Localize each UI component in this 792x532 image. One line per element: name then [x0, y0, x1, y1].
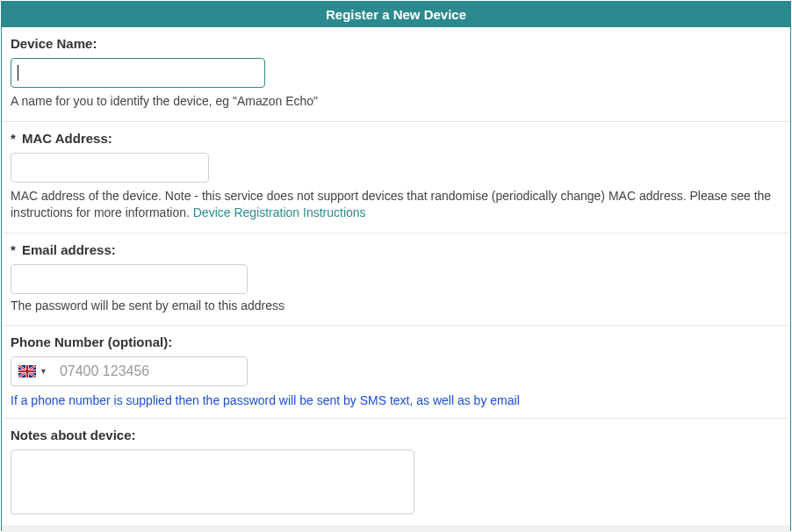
- phone-help: If a phone number is supplied then the p…: [11, 393, 781, 407]
- device-name-section: Device Name: A name for you to identify …: [2, 27, 790, 122]
- mac-label: * MAC Address:: [11, 131, 781, 146]
- email-label: * Email address:: [11, 242, 781, 257]
- phone-input[interactable]: [53, 363, 247, 379]
- register-device-panel: Register a New Device Device Name: A nam…: [1, 1, 791, 531]
- email-label-text: Email address:: [22, 242, 116, 257]
- footer: Create Device: [2, 525, 790, 532]
- notes-label: Notes about device:: [11, 428, 781, 442]
- mac-label-text: MAC Address:: [22, 131, 112, 146]
- required-asterisk: *: [11, 131, 16, 146]
- panel-title: Register a New Device: [326, 7, 466, 22]
- device-registration-instructions-link[interactable]: Device Registration Instructions: [193, 205, 366, 219]
- country-code-selector[interactable]: ▼: [11, 365, 53, 377]
- notes-section: Notes about device:: [2, 419, 790, 525]
- mac-section: * MAC Address: MAC address of the device…: [2, 122, 790, 234]
- email-help: The password will be sent by email to th…: [11, 298, 781, 315]
- mac-help-text: MAC address of the device. Note - this s…: [11, 189, 771, 220]
- notes-textarea[interactable]: [11, 449, 414, 514]
- email-input[interactable]: [11, 264, 248, 294]
- uk-flag-icon: [18, 365, 36, 377]
- mac-input[interactable]: [11, 153, 209, 183]
- device-name-label: Device Name:: [11, 36, 781, 51]
- phone-section: Phone Number (optional): ▼: [2, 326, 790, 419]
- svg-rect-4: [18, 370, 36, 372]
- mac-help: MAC address of the device. Note - this s…: [11, 188, 781, 222]
- device-name-help: A name for you to identify the device, e…: [11, 93, 781, 111]
- panel-header: Register a New Device: [2, 2, 790, 27]
- email-section: * Email address: The password will be se…: [2, 234, 790, 327]
- chevron-down-icon: ▼: [40, 367, 47, 376]
- phone-label: Phone Number (optional):: [11, 334, 781, 349]
- text-cursor: [18, 65, 18, 81]
- phone-input-wrap: ▼: [11, 356, 248, 386]
- required-asterisk: *: [11, 242, 16, 257]
- device-name-input[interactable]: [11, 58, 265, 88]
